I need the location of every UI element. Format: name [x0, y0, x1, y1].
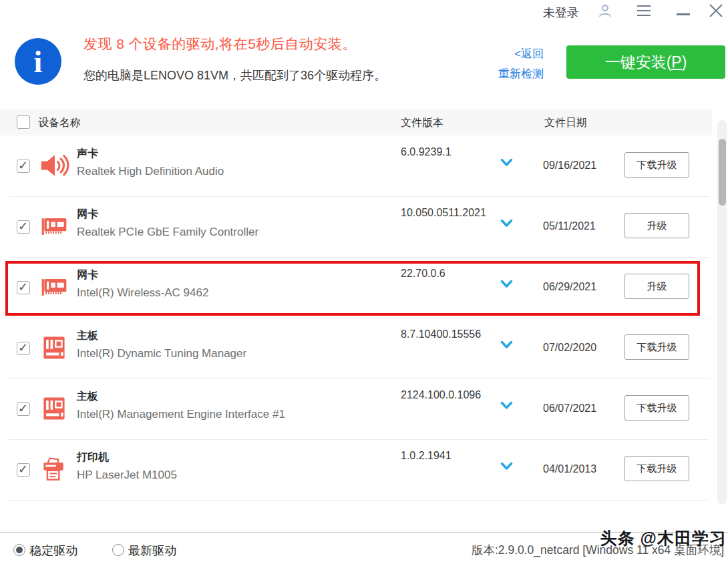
table-row: 打印机 HP LaserJet M1005 1.0.2.1941 04/01/2… [9, 439, 709, 501]
device-type: 主板 [77, 329, 98, 343]
back-link[interactable]: <返回 [486, 44, 544, 64]
latest-driver-label[interactable]: 最新驱动 [128, 543, 176, 559]
minimize-icon[interactable] [677, 13, 690, 15]
chevron-down-icon[interactable] [500, 158, 513, 170]
device-name: HP LaserJet M1005 [77, 469, 177, 482]
row-checkbox[interactable] [17, 220, 30, 234]
download-upgrade-button[interactable]: 下载升级 [624, 395, 689, 420]
login-status[interactable]: 未登录 [543, 5, 579, 21]
device-type: 打印机 [77, 451, 109, 465]
row-checkbox[interactable] [17, 463, 30, 477]
stable-driver-label[interactable]: 稳定驱动 [29, 543, 77, 559]
row-checkbox[interactable] [17, 281, 30, 294]
file-date: 05/11/2021 [543, 220, 596, 232]
row-checkbox[interactable] [17, 402, 30, 416]
chevron-down-icon[interactable] [500, 400, 513, 412]
table-row: 声卡 Realtek High Definition Audio 6.0.923… [9, 135, 709, 197]
download-upgrade-button[interactable]: 下载升级 [624, 456, 689, 481]
device-name: Intel(R) Management Engine Interface #1 [77, 408, 285, 421]
table-row: 网卡 Intel(R) Wireless-AC 9462 22.70.0.6 0… [9, 257, 709, 318]
speaker-icon [39, 151, 69, 183]
one-click-install-button[interactable]: 一键安装(P) [566, 45, 725, 79]
device-name: Intel(R) Wireless-AC 9462 [77, 286, 208, 300]
file-date: 07/02/2020 [543, 342, 596, 354]
redetect-link[interactable]: 重新检测 [486, 64, 544, 84]
install-label-suffix: ) [682, 53, 687, 71]
device-type: 主板 [77, 390, 98, 404]
file-date: 06/07/2021 [543, 402, 596, 414]
file-date: 04/01/2013 [543, 463, 596, 475]
scrollbar-track[interactable] [717, 120, 727, 505]
device-name: Intel(R) Dynamic Tuning Manager [77, 347, 246, 360]
printer-icon [39, 455, 69, 487]
info-icon: i [15, 38, 61, 85]
chevron-down-icon[interactable] [500, 461, 513, 473]
column-file-version: 文件版本 [401, 116, 443, 130]
file-version: 10.050.0511.2021 [401, 207, 486, 219]
close-icon[interactable] [709, 3, 723, 21]
column-file-date: 文件日期 [544, 116, 587, 130]
upgrade-button[interactable]: 升级 [624, 213, 689, 238]
file-version: 8.7.10400.15556 [401, 328, 481, 340]
chevron-down-icon[interactable] [500, 279, 513, 291]
table-header: 设备名称 文件版本 文件日期 [0, 109, 712, 135]
file-version: 2124.100.0.1096 [401, 389, 481, 401]
latest-driver-radio[interactable] [112, 544, 124, 556]
motherboard-icon [39, 394, 69, 426]
file-version: 6.0.9239.1 [401, 146, 451, 158]
download-upgrade-button[interactable]: 下载升级 [624, 152, 689, 178]
table-row: 网卡 Realtek PCIe GbE Family Controller 10… [9, 196, 709, 258]
watermark-text: 头条 @木田学习 [600, 527, 727, 549]
install-hotkey: P [671, 53, 681, 71]
row-checkbox[interactable] [17, 342, 30, 355]
file-version: 22.70.0.6 [401, 268, 445, 280]
file-version: 1.0.2.1941 [401, 450, 451, 462]
driver-utility-window: 未登录 i 发现 8 个设备的驱动,将在5秒后自动安装。 您的电脑是LENOVO… [0, 0, 728, 562]
table-row: 主板 Intel(R) Dynamic Tuning Manager 8.7.1… [9, 318, 709, 379]
file-date: 09/16/2021 [543, 160, 596, 172]
column-device-name: 设备名称 [38, 116, 81, 130]
chevron-down-icon[interactable] [500, 340, 513, 352]
download-upgrade-button[interactable]: 下载升级 [624, 334, 689, 360]
file-date: 06/29/2021 [543, 281, 596, 293]
auto-install-alert: 发现 8 个设备的驱动,将在5秒后自动安装。 [83, 35, 357, 53]
motherboard-icon [39, 333, 69, 365]
device-type: 网卡 [77, 268, 98, 282]
device-type: 声卡 [77, 147, 98, 161]
menu-icon[interactable] [636, 4, 651, 20]
select-all-checkbox[interactable] [17, 115, 30, 129]
scrollbar-thumb[interactable] [719, 139, 726, 206]
upgrade-button[interactable]: 升级 [624, 274, 689, 299]
stable-driver-radio[interactable] [13, 544, 25, 556]
chevron-down-icon[interactable] [500, 218, 513, 230]
device-name: Realtek High Definition Audio [77, 165, 224, 178]
user-icon[interactable] [597, 3, 613, 21]
network-card-icon [39, 272, 69, 304]
table-row: 主板 Intel(R) Management Engine Interface … [9, 378, 709, 440]
row-checkbox[interactable] [17, 160, 30, 173]
install-label-prefix: 一键安装( [605, 52, 672, 73]
device-type: 网卡 [77, 208, 98, 222]
device-name: Realtek PCIe GbE Family Controller [77, 226, 258, 239]
header-links: <返回 重新检测 [486, 44, 544, 84]
network-card-icon [39, 212, 69, 244]
machine-summary: 您的电脑是LENOVO 81VM，共匹配到了36个驱动程序。 [83, 67, 386, 83]
